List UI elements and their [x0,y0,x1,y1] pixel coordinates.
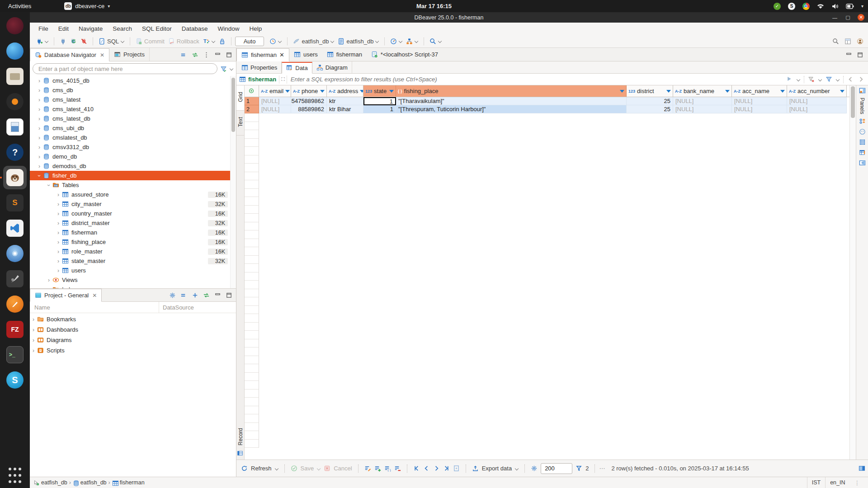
cell-district[interactable]: 25 [627,97,673,105]
column-header-acc_number[interactable]: A-Zacc_number [787,85,847,97]
edit-cell-icon[interactable] [364,465,371,472]
object-search-input[interactable] [33,63,217,74]
tree-item-fishing_place[interactable]: ›fishing_place16K [30,237,236,247]
chevron-collapsed-icon[interactable]: › [55,230,61,236]
row-number[interactable]: 1 [245,97,259,105]
column-header-name[interactable]: Name [30,302,159,313]
cell-bank_name[interactable]: [NULL] [673,105,732,113]
dock-item-ubuntu-logo[interactable] [3,14,27,38]
filter-funnel-icon[interactable] [826,76,832,83]
chevron-collapsed-icon[interactable]: › [36,154,42,160]
nav-forward-icon[interactable] [858,76,864,83]
fetch-funnel-icon[interactable] [576,465,582,472]
sort-filter-arrow-icon[interactable] [320,90,325,93]
chevron-expanded-icon[interactable]: › [46,182,52,188]
tree-item-cms_latest[interactable]: ›cms_latest [30,95,236,104]
dock-item-files[interactable] [3,65,27,88]
cell-state[interactable]: 1 [363,105,396,113]
chevron-collapsed-icon[interactable]: › [30,347,37,354]
sort-filter-arrow-icon[interactable] [360,90,363,93]
delete-row-icon[interactable] [394,465,401,472]
menu-window[interactable]: Window [212,23,244,35]
sql-editor-button[interactable]: SQL [97,37,126,46]
chevron-collapsed-icon[interactable]: › [30,327,37,333]
sort-filter-arrow-icon[interactable] [780,90,785,93]
tree-item-Views[interactable]: ›Views [30,275,236,285]
user-profile-icon[interactable] [857,38,863,45]
cell-acc_number[interactable]: [NULL] [787,97,847,105]
collapse-all-icon[interactable] [180,292,187,299]
nav-back-icon[interactable] [847,76,854,83]
tree-item-Tables[interactable]: ›Tables [30,180,236,190]
dock-item-dbeaver[interactable] [3,166,27,189]
refresh-icon[interactable] [241,465,248,472]
maximize-panel-icon[interactable] [226,52,232,58]
sql-filter-input[interactable] [287,76,786,83]
last-page-icon[interactable] [443,465,450,472]
column-header-acc_name[interactable]: A-Zacc_name [732,85,787,97]
chevron-down-icon[interactable] [230,67,233,70]
sort-filter-arrow-icon[interactable] [285,90,290,93]
reconnect-button[interactable] [68,37,79,46]
chevron-collapsed-icon[interactable]: › [55,267,61,274]
chevron-collapsed-icon[interactable]: › [36,97,42,103]
tree-item-country_master[interactable]: ›country_master16K [30,209,236,218]
settings-gear-icon[interactable] [169,292,176,299]
subtab-properties[interactable]: Properties [237,61,282,73]
grid-vertical-scrollbar[interactable] [849,85,856,460]
editor-tab-1[interactable]: users [289,48,322,61]
transaction-log-button[interactable] [268,37,283,46]
export-data-button[interactable]: Export data [482,465,512,472]
commit-mode-selector[interactable]: Auto [235,37,264,46]
chevron-collapsed-icon[interactable]: › [55,211,61,217]
duplicate-row-icon[interactable]: ( ) [384,465,391,472]
menu-navigate[interactable]: Navigate [74,23,108,35]
dock-item-terminal[interactable]: >_ [3,343,27,366]
fetch-all-icon[interactable] [453,465,460,472]
link-editor-icon[interactable] [203,292,210,299]
dock-item-libreoffice-writer[interactable] [3,115,27,139]
activities-button[interactable]: Activities [0,0,39,12]
transaction-lock-button[interactable] [217,37,227,46]
chevron-collapsed-icon[interactable]: › [55,258,61,264]
dock-item-filezilla[interactable]: FZ [3,318,27,341]
calc-panel-icon[interactable] [859,118,866,125]
menu-search[interactable]: Search [108,23,137,35]
cell-acc_name[interactable]: [NULL] [732,97,787,105]
dock-item-skype[interactable]: S [3,368,27,392]
tree-item-role_master[interactable]: ›role_master16K [30,247,236,256]
clear-filter-icon[interactable] [808,76,815,83]
chevron-collapsed-icon[interactable]: › [30,337,37,343]
sort-filter-arrow-icon[interactable] [620,90,624,93]
grouping-panel-icon[interactable] [859,139,866,145]
editor-tab-0[interactable]: fisherman✕ [236,48,289,61]
chevron-expanded-icon[interactable]: › [36,173,42,179]
row-number[interactable]: 2 [245,105,259,113]
maximize-button[interactable]: ▢ [844,14,851,21]
sort-filter-arrow-icon[interactable] [389,90,394,93]
disconnect-button[interactable] [79,37,89,46]
connection-selector[interactable]: eatfish_db [291,37,336,46]
project-item-bookmarks[interactable]: ›★Bookmarks [30,314,236,324]
maximize-panel-icon[interactable] [226,292,232,299]
search-button[interactable] [428,37,443,46]
value-viewer-panel-icon[interactable] [859,128,866,135]
dock-item-sublime-text[interactable]: S [3,191,27,215]
cell-address[interactable]: ktr Bihar [327,105,363,113]
app-menu[interactable]: db dbeaver-ce ▾ [64,2,110,10]
chevron-collapsed-icon[interactable]: › [36,116,42,122]
project-item-scripts[interactable]: ›Scripts [30,345,236,356]
perspective-grid-icon[interactable] [844,38,851,45]
chevron-down-icon[interactable] [836,78,840,81]
editor-tab-3[interactable]: *<localhost> Script-37 [367,48,443,61]
tree-scrollbar[interactable] [230,76,236,288]
filter-history-chevron-icon[interactable] [797,78,800,81]
metadata-panel-icon[interactable] [859,149,866,156]
editor-tab-2[interactable]: fisherman [322,48,367,61]
tree-item-cms_ubi_db[interactable]: ›cms_ubi_db [30,123,236,133]
tree-item-cms_db[interactable]: ›cms_db [30,85,236,95]
column-header-email[interactable]: A-Zemail [259,85,291,97]
tree-item-cmsv3312_db[interactable]: ›cmsv3312_db [30,142,236,152]
cell-state[interactable]: 1 [363,97,396,105]
chevron-collapsed-icon[interactable]: › [46,277,52,283]
